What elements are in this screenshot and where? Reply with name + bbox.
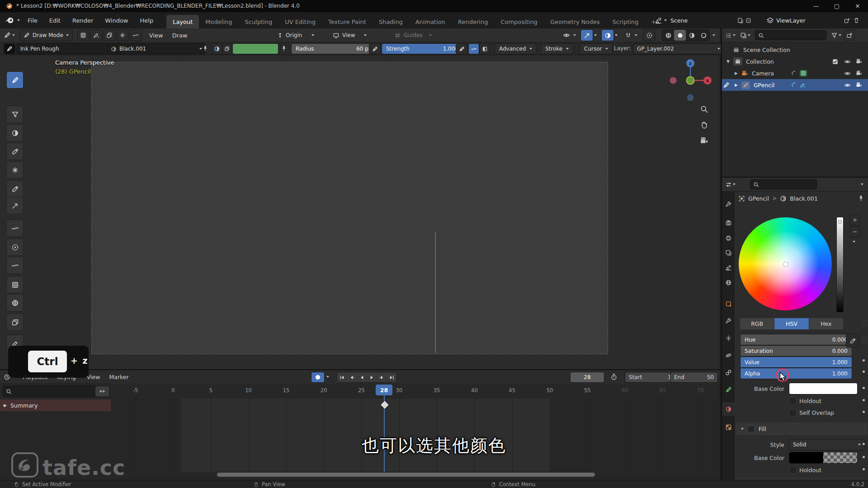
tool-line-button[interactable] <box>6 197 24 214</box>
tool-curve-button[interactable] <box>6 257 24 274</box>
animate-dot[interactable] <box>863 468 865 470</box>
properties-tab-output[interactable] <box>722 231 735 244</box>
saturation-slider[interactable]: Saturation0.000 <box>740 345 852 357</box>
pan-hand-icon[interactable] <box>700 121 708 131</box>
animate-dot[interactable] <box>863 387 865 389</box>
timeline-ruler[interactable]: -50510152025303540455055606570 <box>111 384 720 399</box>
properties-tab-viewlayer[interactable] <box>722 246 735 259</box>
tool-cutter-button[interactable] <box>6 161 24 178</box>
stroke-dropdown[interactable]: Stroke <box>541 43 573 54</box>
workspace-tab-modeling[interactable]: Modeling <box>199 15 238 28</box>
vertex-color-swatch[interactable] <box>232 43 278 54</box>
outliner-row-collection[interactable]: ▼ Collection <box>722 56 868 67</box>
radius-pressure-toggle[interactable] <box>369 43 381 54</box>
material-pin-icon[interactable] <box>201 43 210 53</box>
multiframe-toggle[interactable] <box>77 29 90 41</box>
color-specials-chevron-icon[interactable] <box>853 241 855 243</box>
properties-editor-icon[interactable] <box>725 181 732 188</box>
outliner-row-scene-collection[interactable]: Scene Collection <box>722 44 868 56</box>
hide-eye-icon[interactable] <box>844 58 851 65</box>
end-frame-field[interactable]: End 50 <box>670 372 718 383</box>
color-pin-icon[interactable] <box>279 43 288 53</box>
stopwatch-icon[interactable] <box>610 373 618 380</box>
navigation-gizmo[interactable]: z x <box>661 55 720 111</box>
fill-panel-header[interactable]: Fill <box>736 422 868 435</box>
tool-arc-button[interactable] <box>6 239 24 256</box>
workspace-tab-uv-editing[interactable]: UV Editing <box>278 15 322 28</box>
proportional-edit-toggle[interactable] <box>643 29 656 41</box>
stroke-base-color-swatch[interactable] <box>789 383 858 394</box>
scene-chevron-icon[interactable] <box>664 19 667 21</box>
guides-dropdown[interactable]: Guides <box>394 30 432 41</box>
layer-dropdown[interactable]: GP_Layer.002 <box>633 43 724 54</box>
unlink-scene-icon[interactable] <box>745 17 752 24</box>
properties-tab-modifier[interactable] <box>722 314 735 328</box>
holdout-checkbox[interactable] <box>789 397 797 405</box>
color-mode-hex-button[interactable]: Hex <box>809 318 843 329</box>
properties-tab-tool[interactable] <box>722 197 735 211</box>
breadcrumb-material[interactable]: Black.001 <box>790 195 818 202</box>
shading-wireframe-button[interactable] <box>662 30 674 41</box>
menu-render[interactable]: Render <box>66 12 99 28</box>
hide-eye-icon[interactable] <box>844 82 851 89</box>
auto-keying-record-button[interactable] <box>311 372 325 383</box>
draw-on-back-toggle[interactable] <box>90 29 103 41</box>
editor-type-chevron-icon[interactable] <box>12 34 15 36</box>
tool-erase-button[interactable] <box>6 124 24 141</box>
disclosure-triangle-icon[interactable]: ▶ <box>735 83 738 87</box>
menu-file[interactable]: File <box>22 12 43 28</box>
horizontal-scrollbar[interactable] <box>217 473 595 477</box>
properties-tab-data[interactable] <box>722 383 735 396</box>
color-wheel[interactable] <box>739 217 832 310</box>
playhead-line[interactable] <box>384 385 385 472</box>
add-preset-button[interactable] <box>849 215 860 225</box>
strength-slider[interactable]: Strength 1.000 <box>382 43 463 54</box>
strength-pressure-toggle[interactable] <box>456 43 467 54</box>
properties-tab-render[interactable] <box>722 216 735 230</box>
color-mode-rgb-button[interactable]: RGB <box>740 318 774 329</box>
play-reverse-button[interactable] <box>357 372 367 382</box>
shading-rendered-button[interactable] <box>698 30 709 41</box>
tool-fill-button[interactable] <box>6 106 24 123</box>
shading-material-button[interactable] <box>686 30 698 41</box>
summary-channel-row[interactable]: ▶ Summary <box>0 399 111 411</box>
scene-name[interactable]: Scene <box>670 17 688 24</box>
gizmos-toggle[interactable] <box>580 29 593 41</box>
viewport-menu-draw[interactable]: Draw <box>168 28 192 42</box>
properties-tab-scene[interactable] <box>722 261 735 274</box>
workspace-tab-sculpting[interactable]: Sculpting <box>238 15 278 28</box>
workspace-tab-scripting[interactable]: Scripting <box>606 15 645 28</box>
material-dropdown[interactable]: Black.001 <box>108 43 205 54</box>
filter-toggle-button[interactable] <box>95 386 109 397</box>
next-keyframe-button[interactable] <box>377 372 387 382</box>
blender-app-icon[interactable] <box>5 15 14 25</box>
brush-preview-thumbnail[interactable] <box>4 43 15 54</box>
disable-render-camera-icon[interactable] <box>856 82 862 88</box>
stabilizer-toggle[interactable] <box>130 29 142 41</box>
close-button[interactable]: ✕ <box>847 0 868 12</box>
value-bar-cursor[interactable] <box>838 220 842 224</box>
outliner-search-input[interactable] <box>755 30 826 40</box>
weight-data-toggle[interactable] <box>117 29 129 41</box>
menu-help[interactable]: Help <box>134 12 160 28</box>
animate-dot[interactable] <box>863 359 865 361</box>
jump-to-start-button[interactable] <box>337 372 347 382</box>
falloff-curve-toggle[interactable] <box>468 43 479 54</box>
gizmos-chevron-icon[interactable] <box>594 34 597 36</box>
remove-viewlayer-icon[interactable] <box>853 17 860 24</box>
play-button[interactable] <box>367 372 377 382</box>
viewport-menu-view[interactable]: View <box>145 28 168 42</box>
vertex-color-mode-button[interactable] <box>222 43 231 54</box>
tool-tint-button[interactable] <box>6 143 24 160</box>
breadcrumb-pin-icon[interactable] <box>858 195 864 202</box>
visibility-toggle[interactable] <box>561 30 572 41</box>
fill-half-toggle[interactable] <box>479 43 490 54</box>
shading-chevron-icon[interactable] <box>712 34 715 36</box>
outliner-display-mode-icon[interactable] <box>740 32 747 39</box>
properties-search-input[interactable] <box>750 179 817 189</box>
value-slider[interactable]: Value1.000 <box>740 357 852 368</box>
tool-draw-button[interactable] <box>6 71 24 89</box>
tool-polyline-button[interactable] <box>6 220 24 237</box>
workspace-tab-animation[interactable]: Animation <box>409 15 452 28</box>
outliner-filter-icon[interactable] <box>831 32 838 39</box>
